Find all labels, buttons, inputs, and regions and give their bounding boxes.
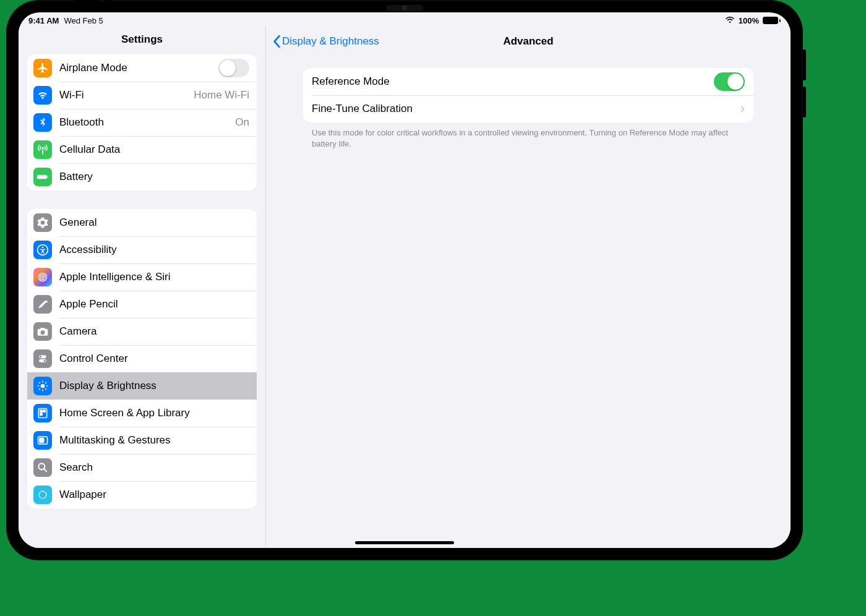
- camera-icon: [33, 322, 52, 341]
- sidebar-item-camera[interactable]: Camera: [27, 318, 257, 345]
- svg-line-16: [39, 388, 40, 390]
- svg-rect-21: [40, 413, 42, 415]
- svg-line-14: [39, 382, 40, 383]
- row-fine-tune-calibration[interactable]: Fine-Tune Calibration ›: [303, 95, 753, 122]
- bluetooth-value: On: [235, 116, 249, 129]
- accessibility-icon: [33, 241, 52, 259]
- control-center-icon: [33, 349, 52, 368]
- physical-button: [74, 0, 99, 1]
- sidebar-group-connectivity: Airplane Mode Wi-Fi Home Wi-Fi: [27, 54, 257, 190]
- gear-icon: [33, 213, 52, 232]
- sidebar-item-label: Apple Pencil: [59, 298, 249, 310]
- sidebar-item-multitasking[interactable]: Multitasking & Gestures: [27, 427, 257, 454]
- svg-line-17: [45, 382, 46, 383]
- screen: 9:41 AM Wed Feb 5 100% Settings: [19, 12, 791, 548]
- siri-icon: [33, 268, 52, 286]
- wifi-value: Home Wi-Fi: [194, 89, 249, 101]
- wallpaper-icon: [33, 486, 52, 504]
- row-label: Fine-Tune Calibration: [312, 103, 740, 115]
- svg-point-1: [42, 247, 44, 249]
- sidebar-group-general: General Accessibility Appl: [27, 209, 257, 508]
- settings-sidebar: Settings Airplane Mode: [19, 27, 266, 548]
- sidebar-item-general[interactable]: General: [27, 209, 257, 236]
- bluetooth-icon: [33, 113, 52, 132]
- sidebar-item-label: Airplane Mode: [59, 62, 211, 74]
- svg-point-4: [41, 276, 43, 278]
- home-screen-icon: [33, 404, 52, 422]
- volume-up-button: [803, 49, 806, 80]
- physical-button: [105, 0, 111, 1]
- cellular-icon: [33, 140, 52, 159]
- sidebar-item-apple-intelligence[interactable]: Apple Intelligence & Siri: [27, 263, 257, 291]
- sidebar-item-control-center[interactable]: Control Center: [27, 345, 257, 372]
- row-label: Reference Mode: [312, 75, 714, 88]
- status-bar: 9:41 AM Wed Feb 5 100%: [19, 12, 791, 27]
- sidebar-item-display-brightness[interactable]: Display & Brightness: [27, 372, 257, 400]
- svg-rect-19: [40, 410, 42, 412]
- sidebar-item-label: Cellular Data: [59, 143, 249, 156]
- pencil-icon: [33, 295, 52, 314]
- chevron-left-icon: [272, 35, 281, 48]
- detail-navbar: Display & Brightness Advanced: [266, 27, 791, 56]
- sidebar-item-accessibility[interactable]: Accessibility: [27, 236, 257, 263]
- sidebar-item-label: Camera: [59, 325, 249, 338]
- ipad-device-frame: 9:41 AM Wed Feb 5 100% Settings: [6, 0, 803, 560]
- sidebar-item-label: Wi-Fi: [59, 89, 186, 101]
- svg-line-25: [45, 469, 47, 472]
- svg-rect-23: [40, 438, 44, 443]
- sidebar-item-home-screen[interactable]: Home Screen & App Library: [27, 400, 257, 427]
- detail-group: Reference Mode Fine-Tune Calibration ›: [303, 68, 753, 122]
- brightness-icon: [33, 377, 52, 395]
- svg-point-3: [40, 275, 45, 280]
- sidebar-item-label: Bluetooth: [59, 116, 228, 129]
- sidebar-item-label: Search: [59, 461, 249, 474]
- sidebar-title: Settings: [19, 27, 265, 54]
- sidebar-item-label: Apple Intelligence & Siri: [59, 271, 249, 283]
- svg-rect-20: [43, 410, 45, 412]
- back-button[interactable]: Display & Brightness: [272, 35, 379, 48]
- footer-note: Use this mode for color critical workflo…: [303, 122, 753, 149]
- detail-pane: Display & Brightness Advanced Reference …: [266, 27, 791, 548]
- sidebar-item-bluetooth[interactable]: Bluetooth On: [27, 109, 257, 136]
- sidebar-item-battery[interactable]: Battery: [27, 163, 257, 190]
- airplane-icon: [33, 59, 52, 77]
- sidebar-scroll[interactable]: Airplane Mode Wi-Fi Home Wi-Fi: [19, 54, 265, 527]
- sidebar-item-label: Control Center: [59, 353, 249, 365]
- sidebar-item-label: General: [59, 216, 249, 229]
- sidebar-item-apple-pencil[interactable]: Apple Pencil: [27, 291, 257, 318]
- sidebar-item-label: Home Screen & App Library: [59, 407, 249, 419]
- row-reference-mode[interactable]: Reference Mode: [303, 68, 753, 95]
- sidebar-item-label: Accessibility: [59, 244, 249, 256]
- battery-icon: [763, 17, 781, 24]
- svg-point-8: [44, 360, 46, 362]
- battery-icon: [33, 168, 52, 186]
- sidebar-item-label: Wallpaper: [59, 489, 249, 501]
- chevron-right-icon: ›: [740, 101, 745, 117]
- sidebar-item-wifi[interactable]: Wi-Fi Home Wi-Fi: [27, 82, 257, 109]
- sidebar-item-cellular[interactable]: Cellular Data: [27, 136, 257, 163]
- airplane-mode-toggle[interactable]: [218, 59, 249, 77]
- reference-mode-toggle[interactable]: [714, 72, 745, 91]
- sidebar-item-label: Multitasking & Gestures: [59, 434, 249, 447]
- search-icon: [33, 458, 52, 477]
- sidebar-item-airplane-mode[interactable]: Airplane Mode: [27, 54, 257, 82]
- multitasking-icon: [33, 431, 52, 450]
- volume-down-button: [803, 87, 806, 118]
- svg-point-9: [41, 384, 45, 388]
- svg-point-26: [39, 491, 46, 498]
- wifi-icon: [33, 86, 52, 105]
- sidebar-item-wallpaper[interactable]: Wallpaper: [27, 481, 257, 508]
- svg-point-7: [40, 356, 41, 357]
- home-indicator[interactable]: [355, 541, 454, 544]
- back-label: Display & Brightness: [282, 35, 379, 48]
- sidebar-item-label: Battery: [59, 171, 249, 183]
- svg-point-24: [38, 463, 45, 469]
- sidebar-item-search[interactable]: Search: [27, 454, 257, 481]
- status-date: Wed Feb 5: [64, 16, 103, 25]
- status-time: 9:41 AM: [28, 16, 59, 25]
- front-camera: [386, 5, 423, 11]
- wifi-icon: [725, 17, 735, 24]
- svg-line-15: [45, 388, 46, 390]
- sidebar-item-label: Display & Brightness: [59, 380, 249, 392]
- battery-percent: 100%: [739, 16, 759, 25]
